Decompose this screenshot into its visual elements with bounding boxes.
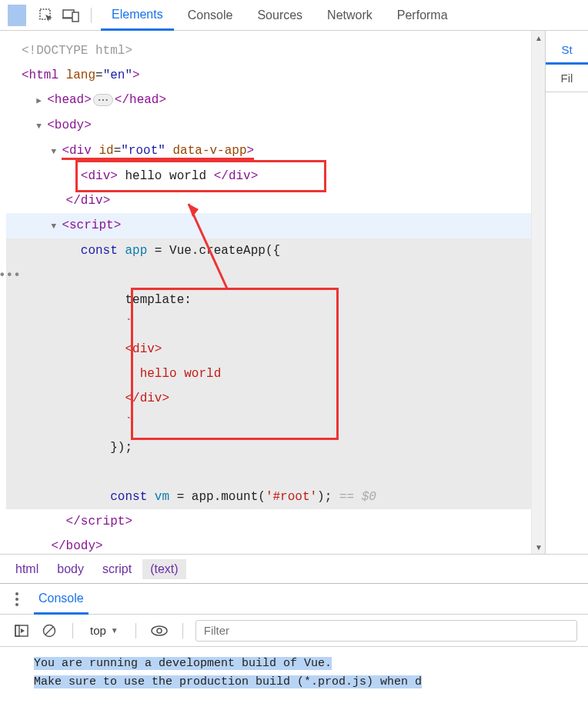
device-toggle-icon[interactable] bbox=[60, 5, 82, 26]
toolbar-divider bbox=[91, 8, 92, 23]
console-context-select[interactable]: top ▼ bbox=[85, 624, 123, 637]
console-header: Console bbox=[0, 584, 588, 615]
sidebar-tab-filter[interactable]: Fil bbox=[546, 65, 588, 92]
svg-rect-3 bbox=[72, 12, 79, 22]
styles-sidebar: St Fil bbox=[545, 31, 588, 554]
dropdown-arrow-icon: ▼ bbox=[111, 626, 119, 635]
breadcrumb-html[interactable]: html bbox=[8, 559, 46, 579]
vertical-scrollbar[interactable]: ▲ ▼ bbox=[531, 31, 545, 554]
console-filter-input[interactable] bbox=[195, 620, 577, 642]
tab-performance[interactable]: Performa bbox=[386, 0, 459, 31]
expand-arrow-icon[interactable]: ▼ bbox=[51, 214, 62, 238]
expand-arrow-icon[interactable]: ▼ bbox=[51, 139, 62, 164]
sidebar-tab-styles[interactable]: St bbox=[546, 37, 588, 65]
tab-console[interactable]: Console bbox=[177, 0, 244, 31]
dom-doctype[interactable]: <!DOCTYPE html> bbox=[6, 38, 531, 63]
inspect-highlight-bar bbox=[8, 5, 26, 26]
expand-arrow-icon[interactable]: ▶ bbox=[36, 88, 47, 113]
expand-arrow-icon[interactable]: ▼ bbox=[36, 114, 47, 138]
dom-body-open[interactable]: ▼<body> bbox=[6, 113, 531, 138]
dom-script-open[interactable]: ▼<script> bbox=[6, 213, 531, 238]
console-toolbar-divider bbox=[182, 623, 183, 638]
scroll-up-arrow-icon[interactable]: ▲ bbox=[532, 31, 546, 45]
devtools-toolbar: Elements Console Sources Network Perform… bbox=[0, 0, 588, 31]
console-menu-icon[interactable] bbox=[11, 592, 23, 606]
svg-line-10 bbox=[45, 627, 53, 635]
dom-breadcrumb: html body script (text) bbox=[0, 554, 588, 583]
scroll-down-arrow-icon[interactable]: ▼ bbox=[532, 540, 546, 554]
dom-script-close[interactable]: </script> bbox=[6, 509, 531, 534]
tab-sources[interactable]: Sources bbox=[246, 0, 313, 31]
main-content: <!DOCTYPE html> <html lang="en"> ▶<head>… bbox=[0, 31, 588, 554]
console-toolbar-divider bbox=[135, 623, 136, 638]
dom-tree-panel[interactable]: <!DOCTYPE html> <html lang="en"> ▶<head>… bbox=[0, 31, 531, 554]
live-expression-icon[interactable] bbox=[149, 620, 170, 642]
dom-script-content[interactable]: const app = Vue.createApp({ template: ` … bbox=[6, 238, 531, 509]
console-toolbar: top ▼ bbox=[0, 615, 588, 647]
svg-rect-7 bbox=[15, 625, 19, 636]
svg-marker-8 bbox=[21, 628, 25, 633]
clear-console-icon[interactable] bbox=[38, 620, 60, 642]
console-drawer-tab[interactable]: Console bbox=[34, 584, 89, 615]
dom-body-close[interactable]: </body> bbox=[6, 534, 531, 554]
breadcrumb-body[interactable]: body bbox=[49, 559, 92, 579]
console-message-row[interactable]: Make sure to use the production build (*… bbox=[34, 673, 573, 692]
dom-root-close[interactable]: </div> bbox=[6, 188, 531, 213]
console-message-row[interactable]: You are running a development build of V… bbox=[34, 655, 573, 673]
console-drawer: Console top ▼ You are running a developm… bbox=[0, 583, 588, 696]
console-sidebar-toggle-icon[interactable] bbox=[11, 620, 32, 642]
console-context-label: top bbox=[90, 624, 106, 637]
tab-network[interactable]: Network bbox=[316, 0, 383, 31]
svg-point-12 bbox=[157, 628, 162, 633]
inspect-element-icon[interactable] bbox=[35, 5, 57, 26]
console-messages[interactable]: You are running a development build of V… bbox=[0, 647, 588, 696]
svg-point-11 bbox=[152, 626, 167, 635]
breadcrumb-text[interactable]: (text) bbox=[142, 559, 185, 579]
dom-inner-div[interactable]: <div> hello world </div> bbox=[6, 164, 531, 188]
tab-elements[interactable]: Elements bbox=[101, 0, 174, 31]
dom-html-open[interactable]: <html lang="en"> bbox=[6, 63, 531, 88]
dom-root-open[interactable]: ▼<div id="root" data-v-app> bbox=[6, 138, 531, 164]
collapsed-badge-icon[interactable]: ••• bbox=[93, 94, 113, 106]
breadcrumb-script[interactable]: script bbox=[95, 559, 139, 579]
dom-head[interactable]: ▶<head>•••</head> bbox=[6, 88, 531, 113]
truncation-ellipsis-icon: ••• bbox=[0, 263, 17, 288]
console-toolbar-divider bbox=[72, 623, 73, 638]
